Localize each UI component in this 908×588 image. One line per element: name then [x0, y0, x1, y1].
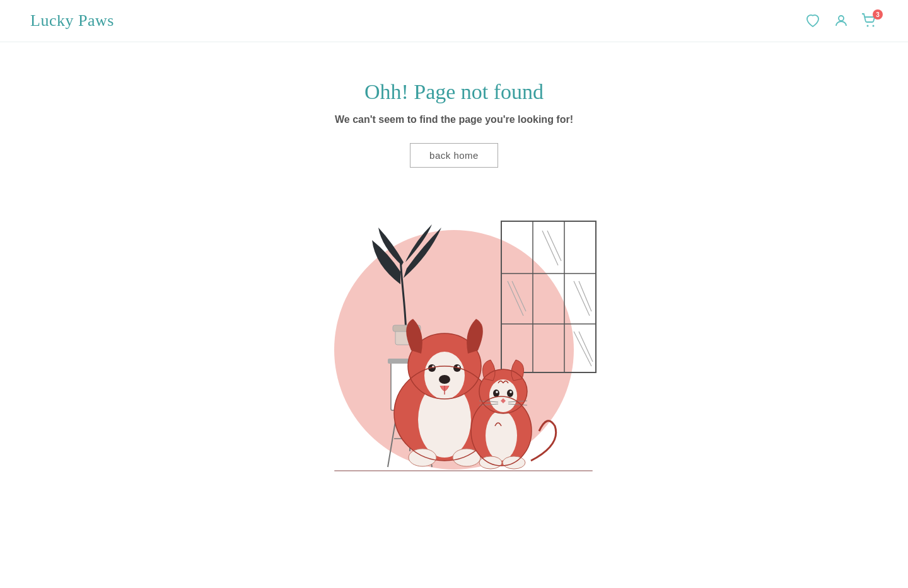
svg-point-41 [489, 379, 517, 412]
svg-point-2 [873, 25, 875, 27]
back-home-button[interactable]: back home [410, 143, 498, 168]
main-content: Ohh! Page not found We can't seem to fin… [0, 42, 908, 489]
user-icon[interactable] [834, 13, 849, 28]
wishlist-icon[interactable] [805, 13, 821, 28]
header-icons: 3 [805, 13, 878, 28]
svg-line-15 [579, 331, 593, 362]
error-title: Ohh! Page not found [364, 80, 544, 104]
svg-point-45 [509, 391, 512, 393]
svg-point-1 [867, 25, 869, 27]
logo[interactable]: Lucky Paws [30, 11, 114, 30]
dog-cat-illustration [347, 275, 561, 476]
cart-icon[interactable]: 3 [861, 13, 878, 28]
svg-line-14 [574, 331, 591, 366]
svg-point-44 [496, 391, 498, 393]
cart-badge: 3 [873, 9, 883, 20]
svg-point-32 [439, 375, 450, 384]
svg-point-39 [486, 410, 517, 461]
svg-line-12 [574, 281, 590, 316]
header: Lucky Paws 3 [0, 0, 908, 42]
svg-point-43 [507, 389, 513, 397]
svg-point-34 [409, 449, 436, 466]
svg-point-0 [839, 16, 844, 21]
error-subtitle: We can't seem to find the page you're lo… [335, 114, 573, 125]
illustration [296, 187, 612, 489]
svg-point-42 [493, 389, 499, 397]
